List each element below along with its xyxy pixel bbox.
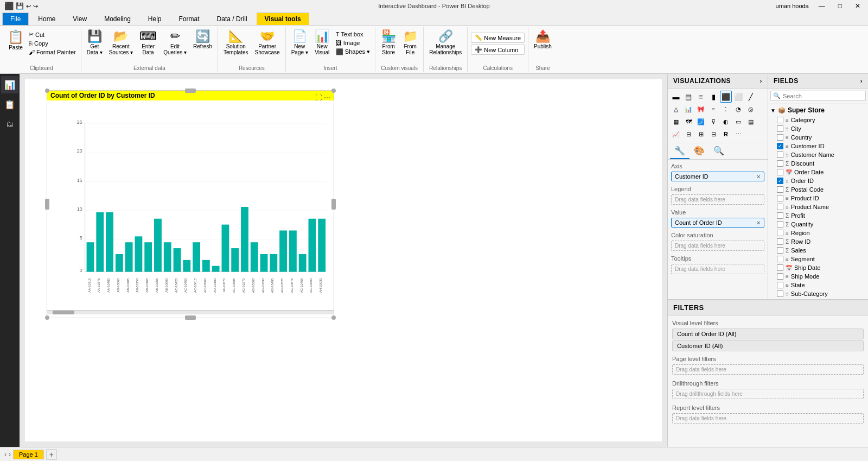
filter-customer-id[interactable]: Customer ID (All) <box>672 340 864 351</box>
tab-view[interactable]: View <box>65 12 95 26</box>
viz-funnel[interactable]: ⊽ <box>707 116 719 128</box>
page-tab-1[interactable]: Page 1 <box>13 450 44 459</box>
viz-matrix[interactable]: ⊟ <box>707 128 719 140</box>
viz-kpi[interactable]: 📈 <box>670 128 682 140</box>
field-item-quantity[interactable]: ΣQuantity <box>775 220 866 229</box>
viz-stacked-bar-100[interactable]: ≡ <box>695 91 707 103</box>
field-item-order-date[interactable]: 📅Order Date <box>775 168 866 176</box>
viz-panel-expand[interactable]: › <box>760 78 762 84</box>
sidebar-report-icon[interactable]: 📊 <box>1 76 18 93</box>
field-item-ship-date[interactable]: 📅Ship Date <box>775 263 866 272</box>
viz-table[interactable]: ⊞ <box>695 128 707 140</box>
build-tab[interactable]: 🔧 <box>670 143 690 159</box>
close-btn[interactable]: ✕ <box>852 2 864 10</box>
new-visual-btn[interactable]: 📊 NewVisual <box>312 28 332 56</box>
field-item-sales[interactable]: ΣSales <box>775 246 866 255</box>
field-item-order-id[interactable]: ✓≡Order ID <box>775 176 866 185</box>
viz-gauge[interactable]: ◐ <box>720 116 732 128</box>
viz-filled-map[interactable]: 🗾 <box>695 116 707 128</box>
field-item-product-name[interactable]: ≡Product Name <box>775 203 866 211</box>
page-nav-left[interactable]: ‹ <box>4 451 7 458</box>
field-item-sub-category[interactable]: ≡Sub-Category <box>775 289 866 298</box>
viz-line-col[interactable]: 📊 <box>682 103 694 115</box>
field-item-profit[interactable]: ΣProfit <box>775 211 866 220</box>
copy-btn[interactable]: ⎘Copy <box>27 40 78 47</box>
field-item-postal-code[interactable]: ΣPostal Code <box>775 185 866 194</box>
minimize-btn[interactable]: — <box>815 2 828 10</box>
from-store-btn[interactable]: 🏪 FromStore <box>379 28 398 56</box>
fields-search-input[interactable] <box>783 93 863 99</box>
field-item-state[interactable]: ≡State <box>775 281 866 289</box>
field-item-customer-name[interactable]: ≡Customer Name <box>775 150 866 159</box>
partner-showcase-btn[interactable]: 🤝 PartnerShowcase <box>253 28 282 56</box>
viz-area[interactable]: △ <box>670 103 682 115</box>
viz-scatter[interactable]: ⁚ <box>720 103 732 115</box>
from-file-btn[interactable]: 📁 FromFile <box>400 28 420 56</box>
new-measure-btn[interactable]: 📏New Measure <box>471 33 525 43</box>
tab-data-drill[interactable]: Data / Drill <box>209 12 256 26</box>
field-item-customer-id[interactable]: ✓≡Customer ID <box>775 142 866 150</box>
paste-btn[interactable]: 📋 Paste <box>5 28 26 52</box>
recent-sources-btn[interactable]: 📂 RecentSources ▾ <box>107 28 135 56</box>
viz-clustered-bar[interactable]: ▤ <box>682 91 694 103</box>
solution-templates-btn[interactable]: 📐 SolutionTemplates <box>221 28 251 56</box>
axis-remove[interactable]: ✕ <box>756 174 761 180</box>
quick-access-save[interactable]: 💾 <box>16 2 24 10</box>
fields-panel-expand[interactable]: › <box>860 78 863 84</box>
viz-r-script[interactable]: R <box>720 128 732 140</box>
tab-help[interactable]: Help <box>140 12 170 26</box>
analytics-tab[interactable]: 🔍 <box>709 143 729 159</box>
add-page-btn[interactable]: + <box>46 449 57 460</box>
value-remove[interactable]: ✕ <box>756 220 761 226</box>
viz-multirow-card[interactable]: ▤ <box>745 116 757 128</box>
viz-more[interactable]: ⋯ <box>732 128 744 140</box>
format-tab[interactable]: 🎨 <box>690 143 709 159</box>
quick-access-undo[interactable]: ↩ <box>26 3 31 10</box>
field-item-row-id[interactable]: ΣRow ID <box>775 237 866 246</box>
field-item-city[interactable]: ≡City <box>775 124 866 133</box>
viz-waterfall[interactable]: ≈ <box>707 103 719 115</box>
edit-queries-btn[interactable]: ✏ EditQueries ▾ <box>161 28 189 56</box>
sidebar-model-icon[interactable]: 🗂 <box>1 115 18 132</box>
viz-map[interactable]: 🗺 <box>682 116 694 128</box>
page-nav-right[interactable]: › <box>9 451 11 458</box>
refresh-btn[interactable]: 🔄 Refresh <box>191 28 214 50</box>
viz-stacked-bar[interactable]: ▬ <box>670 91 682 103</box>
tab-visual-tools[interactable]: Visual tools <box>257 12 309 26</box>
filter-count-order[interactable]: Count of Order ID (All) <box>672 329 864 339</box>
tab-modeling[interactable]: Modeling <box>96 12 139 26</box>
shapes-btn[interactable]: ⬛Shapes ▾ <box>334 48 372 56</box>
viz-slicer[interactable]: ⊟ <box>682 128 694 140</box>
viz-card[interactable]: ▭ <box>732 116 744 128</box>
format-painter-btn[interactable]: 🖌Format Painter <box>27 48 78 56</box>
tab-home[interactable]: Home <box>30 12 63 26</box>
get-data-btn[interactable]: 💾 GetData ▾ <box>85 28 105 56</box>
viz-donut[interactable]: ◎ <box>745 103 757 115</box>
text-box-btn[interactable]: TText box <box>334 30 372 38</box>
viz-100-col[interactable]: ⬜ <box>732 91 744 103</box>
sidebar-data-icon[interactable]: 📋 <box>1 96 18 113</box>
new-column-btn[interactable]: ➕New Column <box>471 45 525 55</box>
dataset-header[interactable]: ▼ 📦 Super Store <box>770 105 866 116</box>
viz-line[interactable]: ╱ <box>745 91 757 103</box>
field-item-product-id[interactable]: ≡Product ID <box>775 194 866 203</box>
viz-pie[interactable]: ◔ <box>732 103 744 115</box>
field-item-discount[interactable]: ΣDiscount <box>775 159 866 168</box>
enter-data-btn[interactable]: ⌨ EnterData <box>137 28 159 56</box>
tab-format[interactable]: Format <box>171 12 208 26</box>
viz-ribbon[interactable]: 🎀 <box>695 103 707 115</box>
manage-relationships-btn[interactable]: 🔗 ManageRelationships <box>427 28 464 56</box>
viz-treemap[interactable]: ▦ <box>670 116 682 128</box>
quick-access-redo[interactable]: ↪ <box>33 3 38 10</box>
tab-file[interactable]: File <box>2 12 29 26</box>
viz-stacked-col[interactable]: ▮ <box>707 91 719 103</box>
new-page-btn[interactable]: 📄 NewPage ▾ <box>289 28 310 56</box>
field-item-segment[interactable]: ≡Segment <box>775 255 866 263</box>
maximize-btn[interactable]: □ <box>835 2 845 10</box>
field-item-ship-mode[interactable]: ≡Ship Mode <box>775 272 866 281</box>
cut-btn[interactable]: ✂Cut <box>27 30 78 39</box>
publish-btn[interactable]: 📤 Publish <box>532 28 554 50</box>
viz-clustered-col[interactable]: ⬛ <box>720 91 732 103</box>
image-btn[interactable]: 🖼Image <box>334 39 372 47</box>
field-item-region[interactable]: ≡Region <box>775 229 866 237</box>
